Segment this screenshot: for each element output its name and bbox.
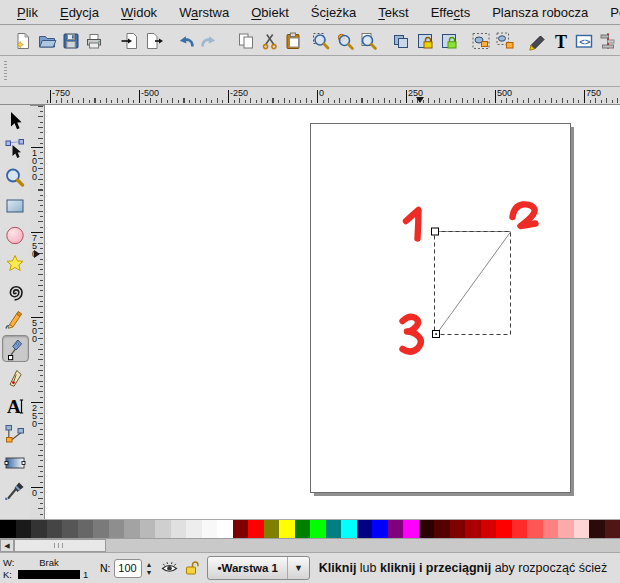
palette-swatch[interactable] xyxy=(78,520,94,538)
unlink-clone-button[interactable] xyxy=(437,29,460,53)
menu-sciezka[interactable]: Ścieżka xyxy=(300,2,368,23)
tool-dropper[interactable] xyxy=(2,478,29,505)
palette-swatch[interactable] xyxy=(558,520,574,538)
layer-selector[interactable]: •Warstwa 1 ▼ xyxy=(207,556,309,580)
clone-button[interactable] xyxy=(414,29,437,53)
horizontal-ruler[interactable]: -750 -500 -250 0 250 500 750 xyxy=(44,87,620,105)
tool-text[interactable]: A xyxy=(2,392,29,419)
scroll-left-button[interactable]: ◀ xyxy=(0,539,14,552)
palette-swatch[interactable] xyxy=(574,520,590,538)
tool-star[interactable] xyxy=(2,250,29,277)
palette-swatch[interactable] xyxy=(512,520,528,538)
tool-calligraphy[interactable] xyxy=(2,364,29,391)
print-button[interactable] xyxy=(83,29,106,53)
palette-swatch[interactable] xyxy=(264,520,280,538)
palette-swatch[interactable] xyxy=(140,520,156,538)
palette-swatch[interactable] xyxy=(248,520,264,538)
palette-swatch[interactable] xyxy=(496,520,512,538)
tool-spiral[interactable] xyxy=(2,278,29,305)
copy-button[interactable] xyxy=(235,29,258,53)
palette-swatch[interactable] xyxy=(93,520,109,538)
fill-value[interactable]: Brak xyxy=(18,557,80,568)
stroke-color-swatch[interactable] xyxy=(18,570,80,579)
zoom-drawing-button[interactable] xyxy=(333,29,356,53)
palette-swatch[interactable] xyxy=(543,520,559,538)
open-button[interactable] xyxy=(36,29,59,53)
layer-lock-toggle[interactable] xyxy=(185,560,199,576)
palette-swatch[interactable] xyxy=(31,520,47,538)
xml-editor-button[interactable]: <> xyxy=(573,29,596,53)
palette-swatch[interactable] xyxy=(155,520,171,538)
tool-zoom[interactable] xyxy=(2,164,29,191)
scrollbar-trough[interactable] xyxy=(106,539,620,552)
undo-button[interactable] xyxy=(174,29,197,53)
toolbar-grip[interactable] xyxy=(4,61,7,81)
path-node-1[interactable] xyxy=(432,228,439,235)
palette-swatch[interactable] xyxy=(202,520,218,538)
palette-swatch[interactable] xyxy=(326,520,342,538)
palette-swatch[interactable] xyxy=(434,520,450,538)
palette-swatch[interactable] xyxy=(171,520,187,538)
palette-swatch[interactable] xyxy=(62,520,78,538)
palette-swatch[interactable] xyxy=(589,520,605,538)
tool-pencil[interactable] xyxy=(2,307,29,334)
drawing-area[interactable] xyxy=(45,105,620,519)
palette-swatch[interactable] xyxy=(388,520,404,538)
opacity-input[interactable]: 100 xyxy=(114,559,142,578)
zoom-page-button[interactable] xyxy=(357,29,380,53)
align-dialog-button[interactable] xyxy=(596,29,619,53)
palette-swatch[interactable] xyxy=(186,520,202,538)
tool-connector[interactable] xyxy=(2,421,29,448)
palette-swatch[interactable] xyxy=(0,520,16,538)
palette-swatch[interactable] xyxy=(217,520,233,538)
cut-button[interactable] xyxy=(258,29,281,53)
palette-swatch[interactable] xyxy=(481,520,497,538)
menu-pomoc[interactable]: Pomoc xyxy=(599,2,620,23)
scrollbar-thumb[interactable] xyxy=(14,539,106,552)
palette-swatch[interactable] xyxy=(310,520,326,538)
menu-edycja[interactable]: Edycja xyxy=(49,2,110,23)
save-button[interactable] xyxy=(59,29,82,53)
palette-swatch[interactable] xyxy=(233,520,249,538)
palette-swatch[interactable] xyxy=(124,520,140,538)
layer-visibility-toggle[interactable] xyxy=(161,561,178,575)
zoom-selection-button[interactable] xyxy=(310,29,333,53)
tool-gradient[interactable] xyxy=(2,449,29,476)
palette-swatch[interactable] xyxy=(419,520,435,538)
palette-swatch[interactable] xyxy=(109,520,125,538)
menu-obiekt[interactable]: Obiekt xyxy=(240,2,300,23)
vertical-ruler[interactable]: 1000 750 500 250 0 xyxy=(30,105,45,519)
import-button[interactable] xyxy=(119,29,142,53)
redo-button[interactable] xyxy=(198,29,221,53)
tool-ellipse[interactable] xyxy=(2,221,29,248)
menu-warstwa[interactable]: Warstwa xyxy=(168,2,240,23)
export-button[interactable] xyxy=(143,29,166,53)
opacity-down-button[interactable]: ▼ xyxy=(144,568,155,576)
menu-widok[interactable]: Widok xyxy=(110,2,168,23)
palette-swatch[interactable] xyxy=(605,520,620,538)
menu-tekst[interactable]: Tekst xyxy=(367,2,419,23)
menu-effects[interactable]: Effects xyxy=(420,2,482,23)
palette-swatch[interactable] xyxy=(465,520,481,538)
tool-rectangle[interactable] xyxy=(2,193,29,220)
tool-node-editor[interactable] xyxy=(2,136,29,163)
palette-swatch[interactable] xyxy=(279,520,295,538)
chevron-down-icon[interactable]: ▼ xyxy=(287,557,309,579)
opacity-up-button[interactable]: ▲ xyxy=(144,560,155,568)
fill-stroke-dialog-button[interactable] xyxy=(525,29,548,53)
palette-swatch[interactable] xyxy=(47,520,63,538)
palette-swatch[interactable] xyxy=(403,520,419,538)
palette-swatch[interactable] xyxy=(372,520,388,538)
palette-swatch[interactable] xyxy=(450,520,466,538)
menu-plansza-robocza[interactable]: Plansza robocza xyxy=(481,2,599,23)
new-document-button[interactable] xyxy=(12,29,35,53)
tool-selector[interactable] xyxy=(2,107,29,134)
palette-swatch[interactable] xyxy=(527,520,543,538)
ungroup-button[interactable] xyxy=(494,29,517,53)
fill-stroke-indicator[interactable]: W: Brak K: 1 xyxy=(3,556,98,580)
paste-button[interactable] xyxy=(282,29,305,53)
text-dialog-button[interactable]: T xyxy=(549,29,572,53)
palette-swatch[interactable] xyxy=(357,520,373,538)
menu-plik[interactable]: Plik xyxy=(6,2,49,23)
tool-pen[interactable] xyxy=(2,335,29,362)
